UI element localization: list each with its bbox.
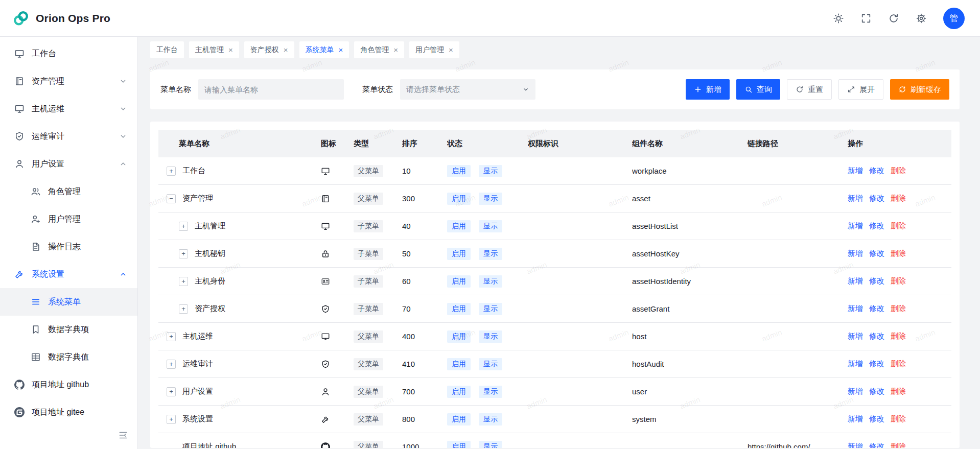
refresh-button[interactable]: [888, 13, 899, 24]
menu-icon-cell: [321, 194, 354, 203]
row-delete-link[interactable]: 删除: [891, 359, 906, 369]
expand-row-button[interactable]: +: [167, 387, 176, 396]
expand-row-button[interactable]: +: [179, 304, 188, 314]
query-button[interactable]: 查询: [736, 79, 780, 100]
row-add-link[interactable]: 新增: [848, 332, 863, 341]
menu-name-cell: +主机管理: [158, 221, 321, 231]
row-edit-link[interactable]: 修改: [869, 332, 884, 341]
expand-row-button[interactable]: +: [179, 277, 188, 286]
row-add-link[interactable]: 新增: [848, 359, 863, 369]
sidebar-item-dict-item[interactable]: 数据字典项: [0, 316, 137, 343]
row-edit-link[interactable]: 修改: [869, 387, 884, 396]
expand-row-button[interactable]: +: [167, 332, 176, 341]
row-edit-link[interactable]: 修改: [869, 166, 884, 176]
row-delete-link[interactable]: 删除: [891, 414, 906, 424]
menu-name-cell: −资产管理: [158, 194, 321, 203]
menu-sort-cell: 400: [402, 332, 447, 341]
expand-rows-button[interactable]: 展开: [838, 79, 883, 100]
theme-toggle-button[interactable]: [833, 13, 844, 24]
row-edit-link[interactable]: 修改: [869, 276, 884, 286]
row-edit-link[interactable]: 修改: [869, 221, 884, 231]
sidebar-item-host-ops[interactable]: 主机运维: [0, 95, 137, 123]
sidebar-item-system-menu[interactable]: 系统菜单: [0, 288, 137, 316]
row-delete-link[interactable]: 删除: [891, 221, 906, 231]
button-label: 刷新缓存: [911, 85, 941, 94]
row-add-link[interactable]: 新增: [848, 414, 863, 424]
top-actions: 管: [833, 8, 965, 29]
tab-host-management[interactable]: 主机管理 ×: [189, 41, 239, 58]
menu-component-cell: workplace: [632, 167, 748, 175]
plus-icon: [694, 85, 702, 93]
tab-user-management[interactable]: 用户管理 ×: [409, 41, 459, 58]
expand-row-button[interactable]: +: [167, 360, 176, 369]
expand-row-button[interactable]: +: [167, 167, 176, 176]
menu-type-tag: 父菜单: [354, 193, 383, 205]
row-edit-link[interactable]: 修改: [869, 304, 884, 314]
row-delete-link[interactable]: 删除: [891, 166, 906, 176]
tab-asset-grant[interactable]: 资产授权 ×: [244, 41, 294, 58]
row-edit-link[interactable]: 修改: [869, 194, 884, 203]
refresh-cache-button[interactable]: 刷新缓存: [890, 79, 949, 100]
expand-row-button[interactable]: +: [179, 249, 188, 258]
sidebar-item-asset-management[interactable]: 资产管理: [0, 67, 137, 95]
row-delete-link[interactable]: 删除: [891, 249, 906, 258]
row-edit-link[interactable]: 修改: [869, 359, 884, 369]
close-icon[interactable]: ×: [393, 46, 398, 54]
row-add-link[interactable]: 新增: [848, 387, 863, 396]
row-add-link[interactable]: 新增: [848, 194, 863, 203]
sidebar-item-operation-log[interactable]: 操作日志: [0, 233, 137, 261]
close-icon[interactable]: ×: [449, 46, 453, 54]
close-icon[interactable]: ×: [228, 46, 233, 54]
tab-workbench[interactable]: 工作台: [150, 41, 184, 58]
status-visible-badge: 显示: [479, 441, 502, 448]
tab-label: 资产授权: [250, 45, 279, 55]
menu-name-input[interactable]: [198, 79, 344, 100]
row-delete-link[interactable]: 删除: [891, 442, 906, 448]
tab-system-menu[interactable]: 系统菜单 ×: [299, 41, 349, 58]
row-delete-link[interactable]: 删除: [891, 276, 906, 286]
sidebar-item-workbench[interactable]: 工作台: [0, 40, 137, 67]
sidebar-item-user-management[interactable]: 用户管理: [0, 205, 137, 233]
fullscreen-button[interactable]: [860, 13, 872, 24]
menu-status-select[interactable]: 请选择菜单状态: [400, 79, 535, 100]
menu-name-label: 菜单名称: [160, 85, 191, 94]
menu-sort-cell: 1000: [402, 442, 447, 448]
user-avatar[interactable]: 管: [943, 8, 965, 29]
row-delete-link[interactable]: 删除: [891, 194, 906, 203]
row-add-link[interactable]: 新增: [848, 166, 863, 176]
row-delete-link[interactable]: 删除: [891, 387, 906, 396]
reset-button[interactable]: 重置: [787, 79, 832, 100]
close-icon[interactable]: ×: [284, 46, 288, 54]
menu-name-text: 运维审计: [182, 359, 213, 369]
row-add-link[interactable]: 新增: [848, 276, 863, 286]
sidebar-item-github[interactable]: 项目地址 github: [0, 371, 137, 398]
add-button[interactable]: 新增: [686, 79, 730, 100]
sidebar-fold-button[interactable]: [118, 430, 129, 441]
settings-button[interactable]: [916, 13, 927, 24]
row-add-link[interactable]: 新增: [848, 304, 863, 314]
sidebar: 工作台 资产管理 主机运维 运维审计 用户设置 角色管理 用户管理: [0, 37, 138, 449]
row-add-link[interactable]: 新增: [848, 221, 863, 231]
sidebar-item-system-settings[interactable]: 系统设置: [0, 261, 137, 288]
status-enabled-badge: 启用: [447, 358, 471, 370]
tab-role-management[interactable]: 角色管理 ×: [354, 41, 404, 58]
row-edit-link[interactable]: 修改: [869, 414, 884, 424]
sidebar-item-role-management[interactable]: 角色管理: [0, 178, 137, 205]
sidebar-item-user-settings[interactable]: 用户设置: [0, 150, 137, 178]
close-icon[interactable]: ×: [339, 46, 343, 54]
row-add-link[interactable]: 新增: [848, 442, 863, 448]
row-add-link[interactable]: 新增: [848, 249, 863, 258]
row-actions-cell: 新增修改删除: [848, 166, 951, 176]
row-edit-link[interactable]: 修改: [869, 442, 884, 448]
row-delete-link[interactable]: 删除: [891, 332, 906, 341]
row-delete-link[interactable]: 删除: [891, 304, 906, 314]
collapse-row-button[interactable]: −: [167, 194, 176, 203]
expand-row-button[interactable]: +: [179, 222, 188, 231]
sidebar-item-gitee[interactable]: 项目地址 gitee: [0, 398, 137, 426]
expand-row-button[interactable]: +: [167, 415, 176, 424]
row-edit-link[interactable]: 修改: [869, 249, 884, 258]
sidebar-item-label: 运维审计: [32, 131, 112, 142]
sidebar-item-ops-audit[interactable]: 运维审计: [0, 123, 137, 150]
sidebar-item-dict-value[interactable]: 数据字典值: [0, 343, 137, 371]
sidebar-item-label: 数据字典值: [48, 352, 127, 363]
